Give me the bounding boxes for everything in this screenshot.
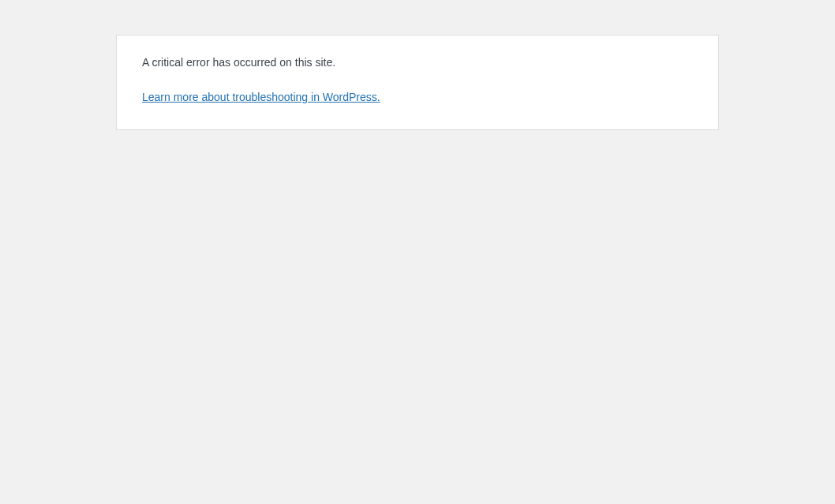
troubleshoot-link[interactable]: Learn more about troubleshooting in Word… xyxy=(142,91,380,103)
error-message: A critical error has occurred on this si… xyxy=(142,54,693,71)
error-container: A critical error has occurred on this si… xyxy=(116,35,719,130)
